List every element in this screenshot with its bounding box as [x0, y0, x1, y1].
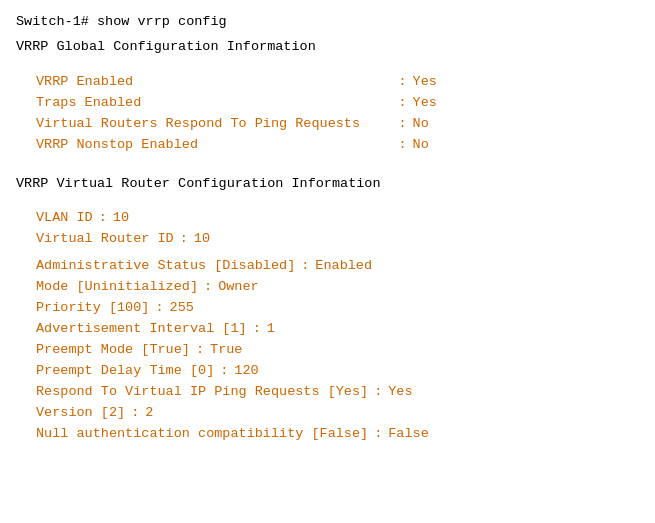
virtual-config-row: Preempt Delay Time [0] : 120 [36, 361, 639, 382]
config-label: Virtual Routers Respond To Ping Requests [36, 114, 360, 135]
config-padding [141, 93, 392, 114]
config-sep: : [253, 319, 261, 340]
config-value: 2 [145, 403, 153, 424]
config-value: Enabled [315, 256, 372, 277]
vlan-id-row: VLAN ID : 10 [36, 208, 639, 229]
config-sep: : [220, 361, 228, 382]
virtual-config-row: Version [2] : 2 [36, 403, 639, 424]
global-config-row: VRRP Enabled : Yes [36, 72, 639, 93]
config-sep: : [398, 114, 406, 135]
config-value: No [413, 114, 429, 135]
config-label: Version [2] [36, 403, 125, 424]
global-config-row: Virtual Routers Respond To Ping Requests… [36, 114, 639, 135]
config-label: VRRP Enabled [36, 72, 133, 93]
config-sep: : [398, 135, 406, 156]
config-label: Preempt Delay Time [0] [36, 361, 214, 382]
terminal-output: Switch-1# show vrrp config VRRP Global C… [16, 12, 639, 445]
config-padding [198, 135, 392, 156]
virtual-router-id-sep: : [180, 229, 188, 250]
config-value: Yes [413, 72, 437, 93]
config-label: Null authentication compatibility [False… [36, 424, 368, 445]
virtual-router-id-row: Virtual Router ID : 10 [36, 229, 639, 250]
vlan-id-value: 10 [113, 208, 129, 229]
virtual-config-row: Null authentication compatibility [False… [36, 424, 639, 445]
virtual-config-row: Advertisement Interval [1] : 1 [36, 319, 639, 340]
config-padding [360, 114, 392, 135]
virtual-config-block: VLAN ID : 10 Virtual Router ID : 10 Admi… [36, 208, 639, 444]
config-value: 255 [170, 298, 194, 319]
config-sep: : [155, 298, 163, 319]
global-config-row: VRRP Nonstop Enabled : No [36, 135, 639, 156]
config-value: True [210, 340, 242, 361]
config-value: Yes [413, 93, 437, 114]
prompt-line: Switch-1# show vrrp config [16, 12, 639, 33]
config-label: VRRP Nonstop Enabled [36, 135, 198, 156]
config-sep: : [374, 382, 382, 403]
config-sep: : [196, 340, 204, 361]
config-value: Owner [218, 277, 259, 298]
global-config-block: VRRP Enabled : YesTraps Enabled : YesVir… [36, 72, 639, 156]
config-padding [133, 72, 392, 93]
config-sep: : [398, 72, 406, 93]
global-config-row: Traps Enabled : Yes [36, 93, 639, 114]
virtual-config-row: Preempt Mode [True] : True [36, 340, 639, 361]
virtual-config-rows: Administrative Status [Disabled] : Enabl… [36, 256, 639, 444]
section2-header: VRRP Virtual Router Configuration Inform… [16, 174, 639, 195]
config-label: Priority [100] [36, 298, 149, 319]
config-label: Administrative Status [Disabled] [36, 256, 295, 277]
config-label: Traps Enabled [36, 93, 141, 114]
vlan-id-label: VLAN ID [36, 208, 93, 229]
virtual-config-row: Administrative Status [Disabled] : Enabl… [36, 256, 639, 277]
config-sep: : [398, 93, 406, 114]
virtual-config-row: Priority [100] : 255 [36, 298, 639, 319]
config-value: 1 [267, 319, 275, 340]
virtual-config-row: Mode [Uninitialized] : Owner [36, 277, 639, 298]
virtual-router-id-label: Virtual Router ID [36, 229, 174, 250]
config-sep: : [301, 256, 309, 277]
virtual-config-row: Respond To Virtual IP Ping Requests [Yes… [36, 382, 639, 403]
virtual-router-id-value: 10 [194, 229, 210, 250]
config-sep: : [374, 424, 382, 445]
config-value: False [388, 424, 429, 445]
vlan-id-sep: : [99, 208, 107, 229]
config-label: Mode [Uninitialized] [36, 277, 198, 298]
config-label: Preempt Mode [True] [36, 340, 190, 361]
config-value: No [413, 135, 429, 156]
config-label: Advertisement Interval [1] [36, 319, 247, 340]
config-label: Respond To Virtual IP Ping Requests [Yes… [36, 382, 368, 403]
config-value: Yes [388, 382, 412, 403]
config-sep: : [131, 403, 139, 424]
section1-header: VRRP Global Configuration Information [16, 37, 639, 58]
config-sep: : [204, 277, 212, 298]
config-value: 120 [234, 361, 258, 382]
